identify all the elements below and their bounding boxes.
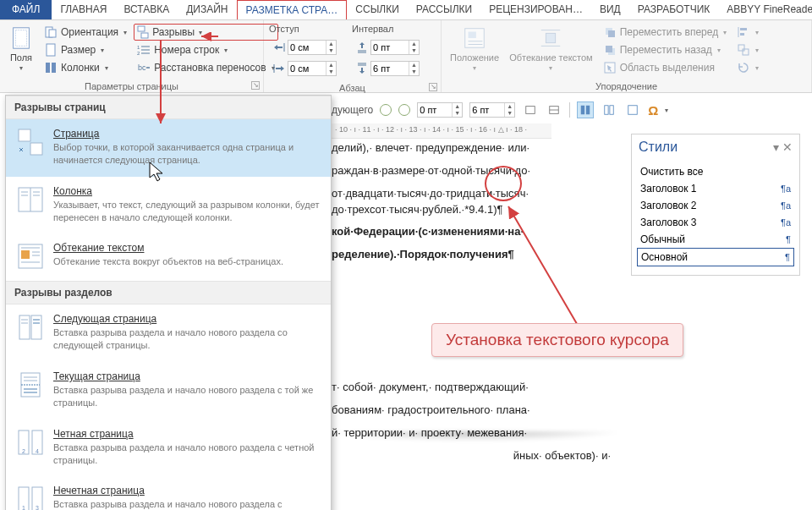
tab-mailings[interactable]: РАССЫЛКИ: [408, 0, 480, 19]
svg-rect-31: [608, 30, 615, 37]
columns-button[interactable]: Колонки▾: [41, 59, 130, 76]
bring-forward-button[interactable]: Переместить вперед▾: [600, 24, 730, 41]
spacing-heading: Интервал: [352, 24, 423, 34]
styles-options-icon[interactable]: ▾: [773, 140, 779, 154]
tab-review[interactable]: РЕЦЕНЗИРОВАН…: [480, 0, 591, 19]
style-normal[interactable]: Обычный¶: [637, 231, 794, 248]
selection-pane-button[interactable]: Область выделения: [600, 59, 730, 76]
close-icon[interactable]: ✕: [782, 140, 793, 154]
toolbar2-sp2[interactable]: [470, 105, 504, 115]
orientation-icon: [44, 25, 58, 39]
style-clear-all[interactable]: Очистить все: [637, 163, 794, 180]
break-column[interactable]: КолонкаУказывает, что текст, следующий з…: [6, 177, 331, 234]
spinner-down-icon[interactable]: ▼: [409, 69, 419, 75]
spinner-up-icon[interactable]: ▲: [505, 103, 514, 110]
margins-button[interactable]: Поля ▾: [5, 24, 37, 74]
spinner-up-icon[interactable]: ▲: [409, 62, 419, 69]
toolbar2-sp1[interactable]: [418, 105, 452, 115]
break-continuous[interactable]: Текущая страницаВставка разрыва раздела …: [6, 362, 331, 420]
send-backward-button[interactable]: Переместить назад▾: [600, 41, 730, 58]
style-heading-3[interactable]: Заголовок 3¶a: [637, 214, 794, 231]
tab-abbyy[interactable]: ABBYY FineReader…: [718, 0, 812, 19]
svg-rect-40: [526, 107, 535, 114]
chevron-down-icon: ▾: [19, 64, 23, 72]
indent-right-input[interactable]: [288, 63, 326, 74]
selection-pane-icon: [603, 61, 617, 74]
position-button[interactable]: Положение▾: [447, 24, 502, 74]
doc-line: до·трехсот·тысяч·рублей.·*9.4.1)¶: [332, 203, 502, 216]
tab-design[interactable]: ДИЗАЙН: [178, 0, 236, 19]
spinner-up-icon[interactable]: ▲: [326, 41, 336, 47]
breaks-button[interactable]: Разрывы▾: [134, 24, 278, 41]
svg-rect-57: [21, 250, 30, 259]
spinner-down-icon[interactable]: ▼: [326, 69, 336, 75]
break-page[interactable]: СтраницаВыбор точки, в которой заканчива…: [6, 119, 331, 177]
space-before[interactable]: ▲▼: [352, 38, 423, 57]
breaks-dropdown: Разрывы страниц СтраницаВыбор точки, в к…: [5, 95, 332, 510]
spinner-up-icon[interactable]: ▲: [453, 103, 462, 110]
tab-references[interactable]: ССЫЛКИ: [347, 0, 407, 19]
svg-rect-33: [606, 46, 612, 52]
break-next-page[interactable]: Следующая страницаВставка разрыва раздел…: [6, 304, 331, 362]
size-button[interactable]: Размер▾: [41, 41, 130, 58]
tab-view[interactable]: ВИД: [591, 0, 629, 19]
indent-right[interactable]: ▲▼: [269, 59, 340, 78]
chevron-down-icon[interactable]: ▾: [665, 107, 668, 114]
tab-developer[interactable]: РАЗРАБОТЧИК: [629, 0, 719, 19]
tab-page-layout[interactable]: РАЗМЕТКА СТРА…: [237, 0, 348, 19]
dialog-launcher-icon[interactable]: ↘: [251, 81, 260, 90]
orientation-button[interactable]: Ориентация▾: [41, 24, 130, 41]
space-before-input[interactable]: [371, 42, 409, 52]
break-even-page[interactable]: 24 Четная страницаВставка разрыва раздел…: [6, 420, 331, 477]
style-heading-1[interactable]: Заголовок 1¶a: [637, 180, 794, 197]
wrap-text-button[interactable]: Обтекание текстом▾: [506, 24, 596, 74]
tab-home[interactable]: ГЛАВНАЯ: [52, 0, 115, 19]
horizontal-ruler[interactable]: · 10 · ı · 11 · ı · 12 · ı · 13 · ı · 14…: [332, 123, 551, 139]
spinner-up-icon[interactable]: ▲: [409, 41, 419, 47]
hyphenation-button[interactable]: bc Расстановка переносов▾: [134, 59, 278, 76]
align-icon: [737, 25, 750, 39]
line-numbers-button[interactable]: 12 Номера строк▾: [134, 41, 278, 58]
toolbar-icon-2[interactable]: [546, 101, 562, 118]
doc-line: от·двадцати·тысяч·до·тридцати·тысяч·: [332, 187, 529, 200]
toolbar-icon-4[interactable]: [601, 101, 617, 118]
align-button[interactable]: ▾: [733, 24, 762, 41]
space-after[interactable]: ▲▼: [352, 59, 423, 78]
style-heading-2[interactable]: Заголовок 2¶a: [637, 197, 794, 214]
spinner-down-icon[interactable]: ▼: [453, 110, 462, 117]
svg-rect-49: [30, 143, 42, 155]
group-arrange-label: Упорядочение: [595, 81, 657, 91]
margins-label: Поля: [10, 52, 32, 63]
group-button[interactable]: ▾: [733, 41, 762, 58]
item-title: Страница: [53, 128, 321, 140]
annotation-callout: Установка текстового курсора: [431, 323, 683, 357]
space-after-input[interactable]: [371, 63, 409, 74]
spinner-up-icon[interactable]: ▲: [326, 62, 336, 69]
toolbar-icon-3[interactable]: [577, 101, 594, 118]
spinner-down-icon[interactable]: ▼: [409, 47, 419, 54]
styles-pane: Стили ▾✕ Очистить все Заголовок 1¶a Заго…: [631, 134, 800, 276]
radio-icon[interactable]: [380, 104, 392, 116]
break-odd-page[interactable]: 13 Нечетная страницаВставка разрыва разд…: [6, 476, 331, 510]
spinner-down-icon[interactable]: ▼: [505, 110, 514, 117]
tab-insert[interactable]: ВСТАВКА: [115, 0, 178, 19]
dialog-launcher-icon[interactable]: ↘: [429, 83, 437, 91]
indent-left[interactable]: ▲▼: [269, 38, 340, 57]
toolbar-icon-5[interactable]: [624, 101, 641, 118]
indent-left-input[interactable]: [288, 42, 326, 52]
tab-file[interactable]: ФАЙЛ: [0, 0, 52, 19]
paragraph-linked-icon: ¶a: [781, 200, 791, 211]
text-wrap-break-icon: [16, 242, 45, 271]
omega-icon[interactable]: Ω: [648, 103, 658, 118]
radio-icon[interactable]: [398, 104, 410, 116]
style-main[interactable]: Основной¶: [637, 248, 794, 266]
item-desc: Вставка разрыва раздела и начало нового …: [53, 384, 321, 409]
break-text-wrapping[interactable]: Обтекание текстомОбтекание текста вокруг…: [6, 233, 331, 281]
rotate-button[interactable]: ▾: [733, 59, 762, 76]
svg-rect-48: [19, 129, 30, 141]
spinner-down-icon[interactable]: ▼: [326, 47, 336, 54]
ribbon-tabs: ФАЙЛ ГЛАВНАЯ ВСТАВКА ДИЗАЙН РАЗМЕТКА СТР…: [0, 0, 812, 20]
toolbar-icon-1[interactable]: [522, 101, 539, 118]
document-area[interactable]: делий),· влечет· предупреждение· или· ра…: [332, 140, 611, 470]
svg-rect-7: [52, 63, 56, 73]
